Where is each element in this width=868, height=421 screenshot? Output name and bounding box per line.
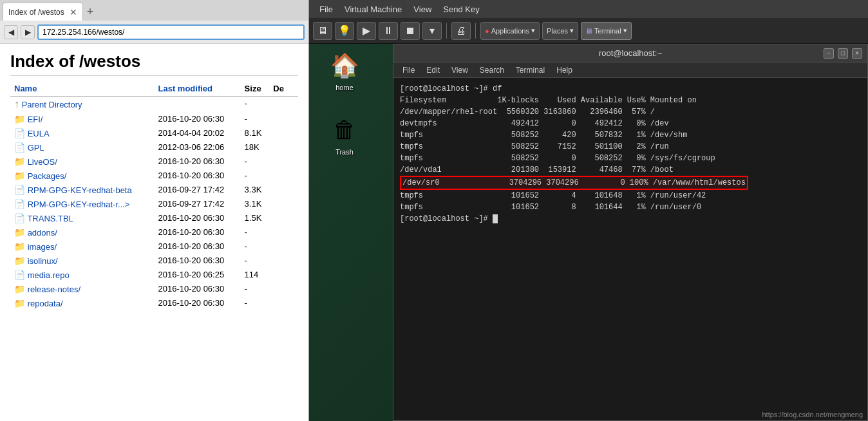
file-size-cell: 1.5K [241,211,270,225]
new-tab-button[interactable]: + [87,5,94,19]
panel-icon-dropdown[interactable]: ▾ [422,22,442,40]
panel-icon-send[interactable]: 🖨 [451,22,471,40]
file-link[interactable]: Parent Directory [22,100,82,109]
term-menu-help[interactable]: Help [551,64,578,76]
gnome-top-bar: File Virtual Machine View Send Key [309,0,868,18]
file-link[interactable]: RPM-GPG-KEY-redhat-r...> [28,200,130,209]
file-modified-cell: 2016-10-20 06:30 [155,154,241,169]
terminal-arrow: ▾ [623,26,627,35]
file-link[interactable]: RPM-GPG-KEY-redhat-beta [28,185,132,195]
file-size-cell: - [241,97,270,113]
file-size-cell: - [241,239,270,254]
file-table: Name Last modified Size De ↑ Parent Dire… [10,81,298,310]
file-modified-cell: 2016-10-20 06:30 [155,169,241,183]
file-desc-cell [269,197,298,211]
terminal-line: /dev/sr0 3704296 3704296 0 100% /var/www… [400,176,861,190]
file-link[interactable]: EFI/ [28,115,43,124]
file-desc-cell [269,254,298,268]
file-link[interactable]: isolinux/ [28,256,58,266]
places-arrow: ▾ [570,26,574,35]
tab-bar: Index of /westos ✕ + [0,0,308,21]
file-modified-cell: 2016-10-20 06:30 [155,225,241,239]
file-desc-cell [269,211,298,225]
panel-icon-pause[interactable]: ⏸ [379,22,398,40]
table-row: 📄 RPM-GPG-KEY-redhat-r...> 2016-09-27 17… [10,197,298,211]
panel-icon-terminal2[interactable]: 💡 [335,22,354,40]
terminal-cursor [493,214,498,223]
table-row: 📁 addons/ 2016-10-20 06:30 - [10,225,298,239]
menu-file[interactable]: File [314,3,338,15]
desktop-icon-trash[interactable]: 🗑 Trash [322,115,367,156]
terminal-title-text: root@localhost:~ [437,48,824,58]
file-link[interactable]: TRANS.TBL [27,214,73,223]
file-link[interactable]: Packages/ [28,171,67,181]
terminal-window: root@localhost:~ − □ × File Edit View Se… [393,44,868,421]
file-desc-cell [269,225,298,239]
terminal-content[interactable]: [root@localhost ~]# dfFilesystem 1K-bloc… [393,78,867,420]
table-row: 📁 images/ 2016-10-20 06:30 - [10,239,298,254]
term-menu-file[interactable]: File [397,64,420,76]
term-menu-search[interactable]: Search [475,64,509,76]
file-modified-cell: 2016-10-20 06:30 [155,112,241,126]
col-name-header[interactable]: Name [14,84,37,93]
file-desc-cell [269,140,298,154]
file-link[interactable]: release-notes/ [28,285,80,294]
panel-icon-square[interactable]: ⏹ [401,22,420,40]
panel-icon-play[interactable]: ▶ [357,22,376,40]
term-menu-edit[interactable]: Edit [421,64,445,76]
file-name-cell: 📄 RPM-GPG-KEY-redhat-r...> [10,197,155,211]
file-modified-cell: 2016-10-20 06:30 [155,296,241,310]
file-name-cell: 📁 images/ [10,239,155,254]
desktop-icon-home[interactable]: 🏠 home [322,50,367,91]
menu-send-key[interactable]: Send Key [438,3,484,15]
file-name-cell: 📁 LiveOS/ [10,154,155,169]
panel-terminal[interactable]: 🖥 Terminal ▾ [581,22,632,40]
file-link[interactable]: media.repo [28,270,70,280]
terminal-line: tmpfs 508252 420 507832 1% /dev/shm [400,129,861,141]
panel-places[interactable]: Places ▾ [542,22,578,40]
term-menu-view[interactable]: View [446,64,473,76]
file-size-cell: 3.3K [241,183,270,197]
maximize-button[interactable]: □ [838,48,848,59]
table-row: 📁 isolinux/ 2016-10-20 06:30 - [10,254,298,268]
panel-icon-monitor[interactable]: 🖥 [313,22,332,40]
page-title: Index of /westos [10,51,298,76]
file-name-cell: ↑ Parent Directory [10,97,155,113]
browser-tab[interactable]: Index of /westos ✕ [3,3,83,21]
file-modified-cell: 2016-10-20 06:30 [155,254,241,268]
file-link[interactable]: addons/ [28,228,57,238]
file-name-cell: 📄 media.repo [10,268,155,282]
file-name-cell: 📁 isolinux/ [10,254,155,268]
file-link[interactable]: repodata/ [28,299,63,308]
tab-close-icon[interactable]: ✕ [70,7,77,17]
panel-applications[interactable]: ● Applications ▾ [480,22,540,40]
forward-button[interactable]: ▶ [21,25,35,39]
panel-sep [446,23,447,39]
file-size-cell: 18K [241,140,270,154]
file-modified-cell: 2012-03-06 22:06 [155,140,241,154]
browser-content: Index of /westos Name Last modified Size… [0,44,308,421]
panel-sep2 [475,23,476,39]
file-modified-cell: 2014-04-04 20:02 [155,126,241,140]
file-desc-cell [269,169,298,183]
terminal-line: tmpfs 508252 0 508252 0% /sys/fs/cgroup [400,153,861,164]
term-menu-terminal[interactable]: Terminal [511,64,550,76]
back-button[interactable]: ◀ [4,25,18,39]
terminal-line: tmpfs 101652 8 101644 1% /run/user/0 [400,201,861,213]
file-link[interactable]: LiveOS/ [28,157,57,167]
url-input[interactable] [37,24,305,40]
file-link[interactable]: images/ [28,242,57,252]
file-size-cell: - [241,169,270,183]
file-link[interactable]: EULA [28,129,50,138]
close-button[interactable]: × [852,48,862,59]
menu-virtual-machine[interactable]: Virtual Machine [339,3,407,15]
file-name-cell: 📄 TRANS.TBL [10,211,155,225]
terminal-wm-buttons: − □ × [824,48,862,59]
col-modified-header[interactable]: Last modified [158,84,213,93]
file-desc-cell [269,268,298,282]
menu-view[interactable]: View [408,3,437,15]
gnome-panel: 🖥 💡 ▶ ⏸ ⏹ ▾ 🖨 ● Applications ▾ Places ▾ … [309,18,868,44]
home-icon-label: home [335,84,354,91]
file-link[interactable]: GPL [28,143,44,153]
minimize-button[interactable]: − [824,48,834,59]
